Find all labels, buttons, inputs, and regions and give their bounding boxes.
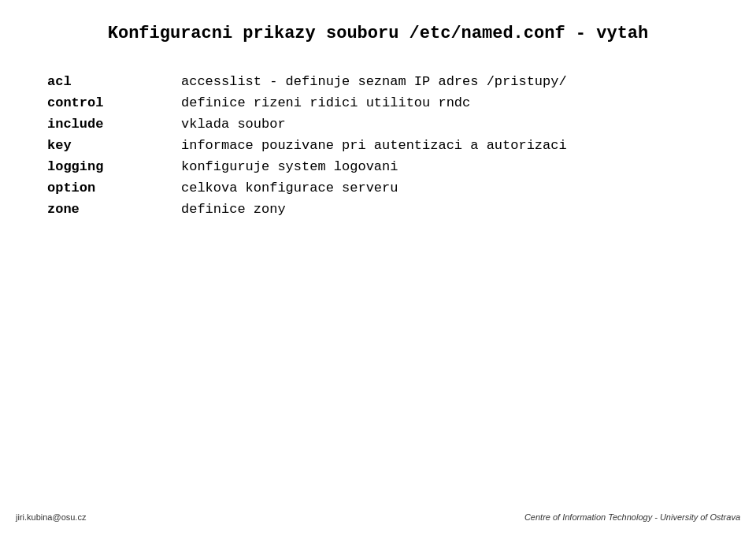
commands-table: aclaccesslist - definuje seznam IP adres… xyxy=(47,71,709,220)
footer-left: jiri.kubina@osu.cz xyxy=(16,512,86,522)
command-description: konfiguruje system logovani xyxy=(173,156,709,177)
footer: jiri.kubina@osu.cz Centre of Information… xyxy=(0,512,756,522)
table-row: zonedefinice zony xyxy=(47,199,709,220)
footer-email-link[interactable]: jiri.kubina@osu.cz xyxy=(16,512,86,522)
command-description: informace pouzivane pri autentizaci a au… xyxy=(173,135,709,156)
command-keyword: key xyxy=(47,135,173,156)
command-description: definice zony xyxy=(173,199,709,220)
command-description: accesslist - definuje seznam IP adres /p… xyxy=(173,71,709,92)
command-keyword: option xyxy=(47,177,173,199)
table-row: keyinformace pouzivane pri autentizaci a… xyxy=(47,135,709,156)
page-title: Konfiguracni prikazy souboru /etc/named.… xyxy=(47,24,709,43)
table-row: controldefinice rizeni ridici utilitou r… xyxy=(47,92,709,114)
table-row: includevklada soubor xyxy=(47,114,709,135)
footer-right: Centre of Information Technology - Unive… xyxy=(524,512,740,522)
table-row: loggingkonfiguruje system logovani xyxy=(47,156,709,177)
command-keyword: logging xyxy=(47,156,173,177)
command-description: vklada soubor xyxy=(173,114,709,135)
command-description: celkova konfigurace serveru xyxy=(173,177,709,199)
command-keyword: include xyxy=(47,114,173,135)
table-row: optioncelkova konfigurace serveru xyxy=(47,177,709,199)
table-row: aclaccesslist - definuje seznam IP adres… xyxy=(47,71,709,92)
page-content: Konfiguracni prikazy souboru /etc/named.… xyxy=(0,0,756,267)
command-description: definice rizeni ridici utilitou rndc xyxy=(173,92,709,114)
command-keyword: zone xyxy=(47,199,173,220)
command-keyword: acl xyxy=(47,71,173,92)
command-keyword: control xyxy=(47,92,173,114)
